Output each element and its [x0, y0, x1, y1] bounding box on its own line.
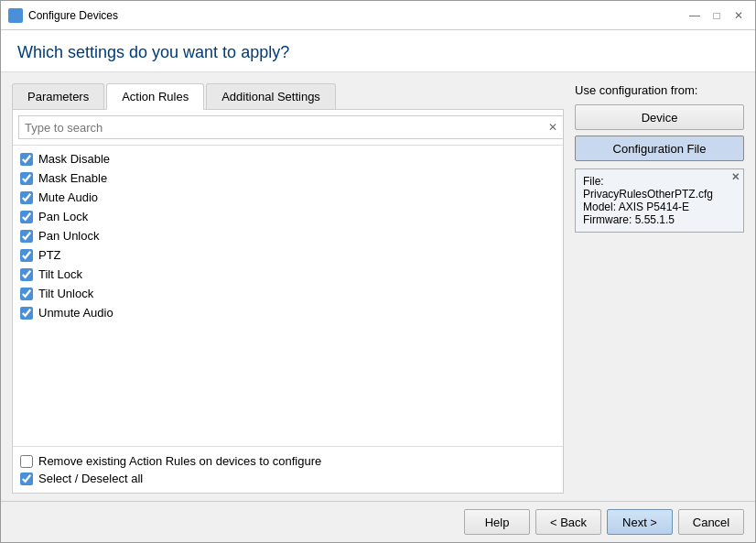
items-list: Mask Disable Mask Enable Mute Audio — [13, 146, 563, 446]
list-item[interactable]: PTZ — [20, 245, 556, 265]
item-checkbox-2[interactable] — [20, 191, 33, 204]
content-area: Parameters Action Rules Additional Setti… — [1, 72, 755, 501]
remove-existing-checkbox[interactable] — [20, 455, 33, 468]
window-controls: — □ ✕ — [686, 6, 748, 25]
tab-action-rules[interactable]: Action Rules — [106, 83, 204, 110]
close-button[interactable]: ✕ — [729, 6, 748, 25]
cancel-button[interactable]: Cancel — [678, 509, 744, 535]
list-item[interactable]: Tilt Lock — [20, 265, 556, 284]
item-checkbox-6[interactable] — [20, 268, 33, 281]
help-button[interactable]: Help — [464, 509, 530, 535]
list-item[interactable]: Unmute Audio — [20, 303, 556, 322]
tab-additional-settings[interactable]: Additional Settings — [206, 83, 336, 110]
item-checkbox-3[interactable] — [20, 211, 33, 223]
window-title: Configure Devices — [28, 9, 686, 22]
title-bar: Configure Devices — □ ✕ — [1, 1, 755, 30]
page-header: Which settings do you want to apply? — [1, 30, 755, 72]
config-model: Model: AXIS P5414-E — [583, 201, 736, 213]
item-checkbox-5[interactable] — [20, 249, 33, 262]
back-button[interactable]: < Back — [535, 509, 601, 535]
main-window: Configure Devices — □ ✕ Which settings d… — [0, 0, 756, 543]
left-panel: Parameters Action Rules Additional Setti… — [12, 83, 564, 494]
search-clear-icon[interactable]: ✕ — [548, 121, 557, 134]
item-checkbox-1[interactable] — [20, 172, 33, 185]
use-config-label: Use configuration from: — [575, 83, 744, 97]
config-file-close-icon[interactable]: ✕ — [731, 171, 740, 183]
app-icon — [8, 8, 23, 23]
list-item[interactable]: Mask Enable — [20, 168, 556, 188]
configuration-file-button[interactable]: Configuration File — [575, 136, 744, 161]
list-item[interactable]: Mask Disable — [20, 149, 556, 168]
list-item[interactable]: Pan Unlock — [20, 226, 556, 245]
list-item[interactable]: Tilt Unlock — [20, 284, 556, 303]
item-checkbox-7[interactable] — [20, 288, 33, 300]
item-checkbox-8[interactable] — [20, 307, 33, 320]
config-file-info: ✕ File: PrivacyRulesOtherPTZ.cfg Model: … — [575, 168, 744, 233]
device-button[interactable]: Device — [575, 104, 744, 130]
remove-existing-option[interactable]: Remove existing Action Rules on devices … — [20, 452, 556, 470]
search-input[interactable] — [18, 115, 564, 139]
list-item[interactable]: Mute Audio — [20, 188, 556, 207]
config-file-name: File: PrivacyRulesOtherPTZ.cfg — [583, 175, 736, 201]
right-panel: Use configuration from: Device Configura… — [575, 83, 744, 494]
select-deselect-option[interactable]: Select / Deselect all — [20, 470, 556, 487]
page-title: Which settings do you want to apply? — [17, 43, 739, 62]
list-item[interactable]: Pan Lock — [20, 207, 556, 226]
minimize-button[interactable]: — — [686, 6, 704, 25]
tab-bar: Parameters Action Rules Additional Setti… — [12, 83, 564, 110]
next-button[interactable]: Next > — [607, 509, 673, 535]
item-checkbox-4[interactable] — [20, 230, 33, 243]
select-deselect-checkbox[interactable] — [20, 472, 33, 485]
bottom-options: Remove existing Action Rules on devices … — [13, 446, 563, 493]
footer: Help < Back Next > Cancel — [1, 501, 755, 542]
search-bar: ✕ — [13, 110, 563, 146]
tab-content: ✕ Mask Disable Mask Enable — [12, 109, 564, 494]
maximize-button[interactable]: □ — [707, 6, 726, 25]
tab-parameters[interactable]: Parameters — [12, 83, 104, 110]
item-checkbox-0[interactable] — [20, 153, 33, 166]
config-firmware: Firmware: 5.55.1.5 — [583, 213, 736, 226]
